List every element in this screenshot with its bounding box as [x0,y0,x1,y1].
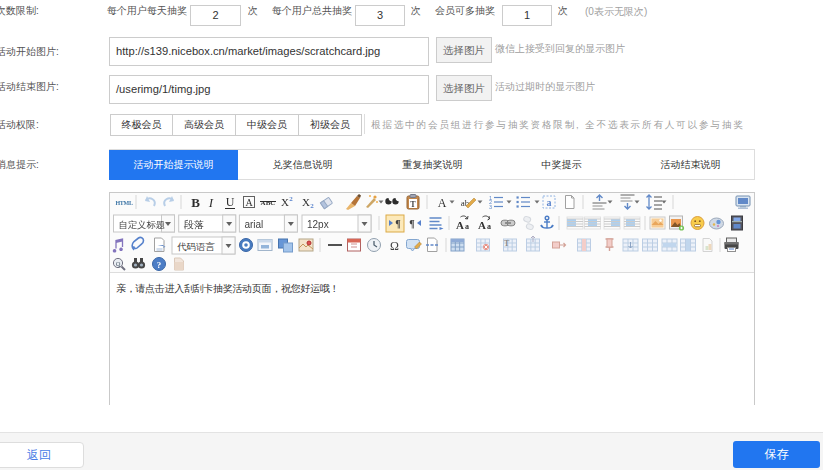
svg-text:A: A [438,196,447,210]
svg-text:段落: 段落 [184,219,204,230]
svg-text:T: T [504,239,510,248]
svg-text:2: 2 [289,195,293,203]
svg-text:T: T [410,200,416,209]
svg-text:3: 3 [489,204,492,210]
svg-text:Q: Q [116,260,121,267]
svg-text:a: a [465,222,469,231]
svg-text:HTML: HTML [116,200,133,206]
svg-text:A: A [245,197,253,208]
svg-text:X: X [302,196,310,208]
svg-text:A: A [478,219,486,231]
svg-text:B: B [191,195,200,210]
svg-text:¶: ¶ [395,218,400,229]
svg-text:ABC: ABC [261,199,276,207]
svg-text:arial: arial [244,219,263,230]
svg-text:2: 2 [310,202,314,210]
svg-text:¶: ¶ [409,218,414,229]
svg-text:代码语言: 代码语言 [177,241,216,252]
svg-text:自定义标题: 自定义标题 [119,220,165,230]
svg-text:12px: 12px [307,219,329,230]
svg-text:?: ? [157,260,162,270]
svg-text:X: X [281,196,289,208]
svg-text:A: A [456,219,464,231]
svg-text:a: a [547,197,552,208]
svg-text:Ω: Ω [390,239,399,253]
svg-text:I: I [208,195,214,210]
svg-text:U: U [226,195,235,209]
svg-text:a: a [487,222,491,231]
